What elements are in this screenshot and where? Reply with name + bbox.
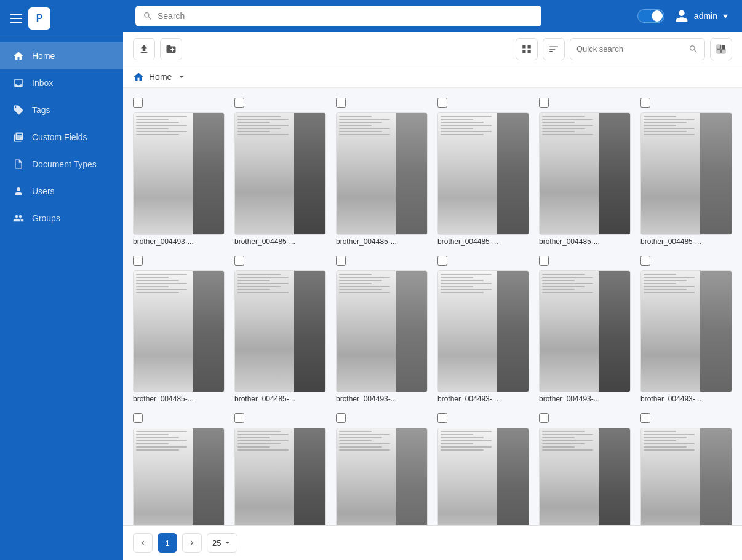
prev-page-button[interactable] (133, 533, 153, 553)
doc-thumbnail[interactable] (336, 270, 428, 393)
search-box[interactable] (135, 6, 541, 26)
next-page-button[interactable] (182, 533, 202, 553)
grid-view-button[interactable] (516, 38, 538, 60)
doc-line (237, 286, 281, 287)
doc-thumbnail[interactable] (437, 428, 529, 525)
doc-thumbnail[interactable] (539, 112, 631, 235)
user-area[interactable]: admin (673, 7, 730, 25)
doc-name[interactable]: brother_004485-... (234, 237, 326, 246)
doc-name[interactable]: brother_004485-... (539, 237, 631, 246)
doc-thumbnail[interactable] (640, 112, 732, 235)
doc-checkbox[interactable] (133, 98, 143, 108)
doc-checkbox[interactable] (539, 413, 549, 423)
tag-icon (12, 104, 25, 116)
doc-thumbnail[interactable] (234, 270, 326, 393)
doc-line (441, 434, 473, 435)
upload-button[interactable] (133, 38, 155, 60)
doc-checkbox[interactable] (640, 256, 650, 266)
doc-checkbox[interactable] (234, 256, 244, 266)
doc-checkbox[interactable] (640, 98, 650, 108)
new-folder-button[interactable] (160, 38, 182, 60)
doc-thumbnail[interactable] (539, 428, 631, 525)
quick-search-box[interactable] (570, 38, 705, 60)
doc-line (542, 449, 593, 451)
doc-thumbnail[interactable] (133, 270, 225, 393)
search-icon (143, 11, 153, 21)
menu-icon[interactable] (10, 14, 22, 23)
doc-checkbox[interactable] (539, 98, 549, 108)
doc-thumbnail[interactable] (539, 270, 631, 393)
doc-thumbnail[interactable] (336, 428, 428, 525)
doc-name[interactable]: brother_004485-... (133, 395, 225, 403)
doc-name[interactable]: brother_004485-... (640, 237, 732, 246)
sidebar-item-document-types[interactable]: Document Types (0, 151, 123, 178)
breadcrumb: Home (123, 66, 742, 88)
doc-name[interactable]: brother_004493-... (640, 395, 732, 403)
doc-checkbox[interactable] (437, 256, 447, 266)
doc-thumb-right (599, 113, 630, 234)
doc-thumbnail[interactable] (234, 428, 326, 525)
breadcrumb-home-label[interactable]: Home (149, 72, 172, 82)
document-item: brother_004493-... (336, 256, 428, 404)
doc-line (237, 125, 289, 126)
doc-thumbnail[interactable] (133, 428, 225, 525)
doc-thumbnail[interactable] (437, 270, 529, 393)
search-input[interactable] (158, 11, 534, 21)
sidebar-item-users[interactable]: Users (0, 178, 123, 205)
doc-line (237, 446, 270, 448)
doc-checkbox[interactable] (539, 256, 549, 266)
doc-checkbox[interactable] (234, 413, 244, 423)
document-item: brother_004485-... (539, 98, 631, 246)
sort-button[interactable] (543, 38, 565, 60)
doc-thumbnail[interactable] (437, 112, 529, 235)
doc-line (644, 431, 676, 432)
sidebar-item-home[interactable]: Home (0, 42, 123, 69)
sidebar-item-inbox[interactable]: Inbox (0, 69, 123, 97)
doc-checkbox[interactable] (437, 98, 447, 108)
doc-thumbnail[interactable] (336, 112, 428, 235)
doc-name[interactable]: brother_004485-... (234, 395, 326, 403)
main-area: admin (123, 0, 742, 560)
doc-thumb-right (294, 428, 325, 525)
doc-name[interactable]: brother_004485-... (336, 237, 428, 246)
doc-line (542, 122, 575, 123)
doc-checkbox[interactable] (133, 256, 143, 266)
sidebar-item-groups[interactable]: Groups (0, 205, 123, 232)
doc-line (136, 274, 187, 275)
doc-checkbox[interactable] (640, 413, 650, 423)
doc-thumb-left (641, 428, 700, 525)
sidebar-item-tags[interactable]: Tags (0, 97, 123, 124)
doc-name[interactable]: brother_004493-... (336, 395, 428, 403)
users-icon (12, 185, 25, 197)
doc-thumbnail[interactable] (234, 112, 326, 235)
doc-line (441, 437, 484, 438)
quick-search-input[interactable] (576, 44, 685, 53)
doc-name[interactable]: brother_004493-... (539, 395, 631, 403)
doc-checkbox[interactable] (336, 98, 346, 108)
doc-thumb-left (540, 113, 599, 234)
page-1-button[interactable]: 1 (158, 533, 177, 553)
doc-line (441, 440, 492, 441)
doc-checkbox[interactable] (336, 413, 346, 423)
doc-checkbox[interactable] (437, 413, 447, 423)
doc-line (136, 128, 169, 129)
breadcrumb-dropdown-icon[interactable] (177, 72, 186, 82)
doc-thumb-right (497, 428, 529, 525)
doc-name[interactable]: brother_004493-... (437, 395, 529, 403)
doc-thumbnail[interactable] (640, 270, 732, 393)
page-size-select[interactable]: 25 (207, 533, 237, 553)
doc-line (644, 440, 676, 441)
panel-toggle-button[interactable] (710, 38, 732, 60)
doc-checkbox[interactable] (133, 413, 143, 423)
doc-thumbnail[interactable] (640, 428, 732, 525)
doc-thumbnail[interactable] (133, 112, 225, 235)
breadcrumb-home-icon[interactable] (133, 71, 144, 82)
doc-checkbox[interactable] (336, 256, 346, 266)
doc-name[interactable]: brother_004493-... (133, 237, 225, 246)
doc-checkbox[interactable] (234, 98, 244, 108)
theme-toggle[interactable] (637, 9, 664, 23)
toolbar-right (516, 38, 732, 60)
doc-name[interactable]: brother_004485-... (437, 237, 529, 246)
sidebar-item-custom-fields[interactable]: Custom Fields (0, 124, 123, 151)
doc-line (644, 119, 695, 120)
